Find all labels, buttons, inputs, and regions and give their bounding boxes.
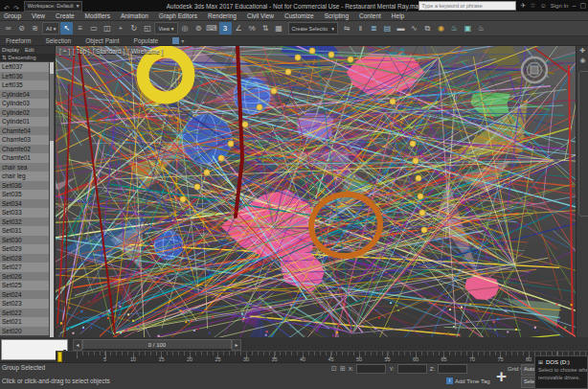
scene-object-row[interactable]: Set032 — [0, 217, 49, 227]
snaps-toggle-icon[interactable]: 3 — [219, 22, 232, 34]
toggle-ribbon-icon[interactable]: ▬ — [395, 22, 407, 34]
scene-object-row[interactable]: Chamfe03 — [0, 135, 49, 145]
scene-object-row[interactable]: Left036 — [0, 72, 49, 81]
scene-object-row[interactable]: Cylinde03 — [0, 99, 49, 108]
viewport-label-token[interactable]: Standard — [93, 48, 125, 55]
keyboard-shortcut-override-icon[interactable]: ⌨ — [206, 22, 218, 34]
menu-item[interactable]: Group — [4, 12, 21, 19]
use-pivot-point-center-icon[interactable]: ◎ — [179, 22, 192, 34]
coord-x-field[interactable] — [356, 364, 386, 374]
render-setup-icon[interactable]: ♨ — [448, 22, 461, 34]
menu-item[interactable]: Customize — [284, 12, 314, 19]
scene-object-row[interactable]: Set035 — [0, 190, 49, 199]
scene-object-row[interactable]: Chamfe02 — [0, 145, 49, 154]
scene-object-row[interactable]: Set029 — [0, 244, 49, 254]
ribbon-tab[interactable]: Object Paint — [85, 37, 119, 44]
scene-object-row[interactable]: Set027 — [0, 263, 49, 272]
scene-object-row[interactable]: Cylinde04 — [0, 90, 49, 100]
layer-explorer-icon[interactable]: ≣ — [368, 22, 380, 34]
scene-object-row[interactable]: Chamfe04 — [0, 126, 49, 136]
menu-item[interactable]: View — [32, 12, 45, 19]
render-production-icon[interactable]: ♨ — [475, 22, 487, 34]
ribbon-tab[interactable]: Populate — [134, 37, 159, 44]
restore-icon[interactable]: ▢ — [579, 1, 586, 11]
scene-object-row[interactable]: Set022 — [0, 309, 49, 318]
coord-z-field[interactable] — [438, 364, 467, 374]
scene-object-row[interactable]: Left035 — [0, 80, 49, 90]
bind-to-space-warp-icon[interactable]: ≋ — [29, 22, 41, 34]
user-avatar-icon[interactable]: ☺ — [540, 1, 547, 11]
select-object-icon[interactable]: ↖ — [60, 22, 73, 34]
menu-item[interactable]: Scripting — [325, 12, 349, 19]
menu-item[interactable]: Graph Editors — [159, 12, 197, 19]
current-frame-marker[interactable] — [57, 352, 62, 362]
viewport-label-token[interactable]: + — [59, 48, 70, 55]
unlink-selection-icon[interactable]: ⊘ — [15, 22, 28, 34]
mirror-icon[interactable]: ⇋ — [341, 22, 353, 34]
windows-notification-toast[interactable]: ⊞ DOS (D:) Select to choose what happens… — [534, 355, 588, 389]
reference-coordinate-dropdown[interactable]: View ▾ — [154, 22, 177, 34]
quick-access-icon[interactable]: ↶ — [4, 5, 10, 11]
viewport-nav-plus-icon[interactable]: + — [496, 365, 507, 388]
workspace-dropdown[interactable]: Workspace: Default ▾ — [24, 1, 83, 11]
scene-object-row[interactable]: Set031 — [0, 226, 49, 236]
percent-snap-toggle-icon[interactable]: % — [246, 22, 259, 34]
explorer-scrollbar[interactable] — [50, 62, 54, 337]
scene-object-row[interactable]: Set020 — [0, 327, 49, 336]
menu-item[interactable]: Modifiers — [85, 12, 110, 19]
search-input[interactable]: Type a keyword or phrase — [418, 1, 516, 11]
previous-frame-icon[interactable]: ◄ — [73, 339, 82, 351]
scene-object-row[interactable]: Set024 — [0, 290, 49, 300]
scene-object-row[interactable]: Set025 — [0, 281, 49, 290]
angle-snap-toggle-icon[interactable]: ∠ — [233, 22, 245, 34]
rectangular-selection-region-icon[interactable]: ▭ — [87, 22, 100, 34]
curve-editor-icon[interactable]: ∿ — [408, 22, 420, 34]
scene-object-row[interactable]: Set023 — [0, 299, 49, 309]
select-and-move-icon[interactable]: + — [114, 22, 126, 34]
selection-lock-icon[interactable]: ⊡ — [331, 365, 337, 373]
edit-named-selection-sets-icon[interactable]: ▦ — [273, 22, 285, 34]
menu-item[interactable]: Civil View — [247, 12, 274, 19]
select-and-rotate-icon[interactable]: ↻ — [127, 22, 140, 34]
rendered-frame-window-icon[interactable]: ▣ — [462, 22, 474, 34]
explorer-sort-button[interactable]: ⇅ Descending — [0, 54, 55, 61]
scene-object-row[interactable]: Chamfe01 — [0, 153, 49, 163]
favorites-star-icon[interactable]: ☆ — [530, 1, 535, 11]
menu-item[interactable]: Content — [359, 12, 381, 19]
viewport-canvas[interactable]: +TopStandardWireframe — [56, 46, 576, 337]
menu-item[interactable]: Animation — [121, 12, 148, 19]
ribbon-tab[interactable]: Freeform — [6, 37, 31, 44]
material-editor-icon[interactable]: ◉ — [435, 22, 447, 34]
next-frame-icon[interactable]: ► — [232, 339, 241, 351]
coord-y-field[interactable] — [397, 364, 427, 374]
window-crossing-toggle-icon[interactable]: ◫ — [101, 22, 113, 34]
minimize-icon[interactable]: – — [572, 1, 576, 11]
select-and-scale-icon[interactable]: ◱ — [141, 22, 153, 34]
launch-icon[interactable]: ✈ — [520, 1, 526, 11]
quick-access-icon[interactable]: ↷ — [13, 5, 19, 11]
scene-object-row[interactable]: Set034 — [0, 199, 49, 209]
selection-filter-dropdown[interactable]: All ▾ — [42, 22, 59, 34]
scene-object-row[interactable]: chair leg — [0, 172, 49, 181]
viewport-label-token[interactable]: Wireframe — [127, 48, 163, 55]
scene-object-row[interactable]: Cylinde01 — [0, 117, 49, 126]
scene-object-row[interactable]: Cylinde02 — [0, 108, 49, 118]
steering-wheel-icon[interactable] — [520, 56, 549, 84]
add-time-tag-button[interactable]: i Add Time Tag — [446, 378, 490, 384]
explorer-menu-item[interactable]: Display — [2, 47, 19, 53]
named-selection-sets-dropdown[interactable]: Create Selectio ▾ — [288, 22, 338, 34]
menu-item[interactable]: Create — [56, 12, 75, 19]
align-icon[interactable]: ‖ — [354, 22, 367, 34]
scene-object-row[interactable]: Set028 — [0, 254, 49, 263]
ribbon-options-dropdown[interactable]: ▾ — [172, 37, 184, 44]
scene-object-row[interactable]: Set033 — [0, 208, 49, 217]
scene-object-row[interactable]: Set036 — [0, 181, 49, 191]
create-tab-icon[interactable]: ✚ — [577, 46, 588, 56]
select-and-link-icon[interactable]: ∞ — [2, 22, 14, 34]
modify-tab-icon[interactable]: ◉ — [577, 56, 588, 65]
scene-object-row[interactable]: Left037 — [0, 62, 49, 72]
select-by-name-icon[interactable]: ≡ — [74, 22, 86, 34]
time-slider-block[interactable]: 0 / 100 — [82, 339, 232, 350]
toggle-scene-explorer-icon[interactable]: ▤ — [381, 22, 394, 34]
ribbon-tab[interactable]: Selection — [45, 37, 71, 44]
